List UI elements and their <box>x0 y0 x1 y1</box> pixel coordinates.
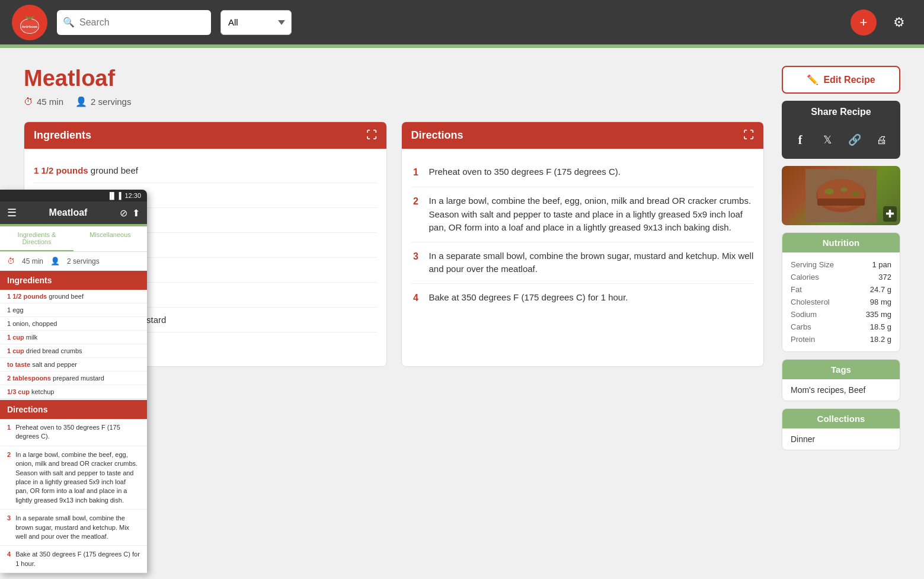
collections-body: Dinner <box>782 428 900 450</box>
servings-icon: 👤 <box>75 96 87 107</box>
list-item: 2 In a large bowl, combine the beef, egg… <box>0 446 147 510</box>
gear-icon: ⚙ <box>893 15 905 30</box>
mobile-clock-icon: ⏱ <box>7 257 15 265</box>
recipe-servings: 👤 2 servings <box>75 96 131 107</box>
share-icons-row: f 𝕏 🔗 🖨 <box>782 123 900 159</box>
list-item: 1 egg <box>0 303 147 317</box>
list-item: 1 Preheat oven to 350 degrees F (175 deg… <box>0 419 147 446</box>
svg-text:heirloom: heirloom <box>22 24 38 29</box>
twitter-share-button[interactable]: 𝕏 <box>817 129 838 151</box>
list-item: 2 In a large bowl, combine the beef, egg… <box>411 187 754 242</box>
list-item: 4 Bake at 350 degrees F (175 degrees C) … <box>411 284 754 312</box>
mobile-servings-label: 2 servings <box>67 257 100 265</box>
list-item: Calories 372 <box>791 271 891 283</box>
recipe-title: Meatloaf <box>24 66 764 91</box>
print-share-button[interactable]: 🖨 <box>871 129 893 151</box>
search-input[interactable] <box>79 17 205 28</box>
list-item: 1 1/2 pounds ground beef <box>34 158 377 183</box>
svg-point-9 <box>840 187 848 192</box>
tags-card: Tags Mom's recipes, Beef <box>782 359 900 401</box>
svg-point-8 <box>824 188 834 194</box>
list-item: 4 Bake at 350 degrees F (175 degrees C) … <box>0 546 147 573</box>
twitter-icon: 𝕏 <box>823 133 832 146</box>
recipe-time: ⏱ 45 min <box>24 97 63 107</box>
settings-button[interactable]: ⚙ <box>886 9 912 36</box>
expand-directions-icon[interactable]: ⛶ <box>743 129 754 142</box>
tags-body: Mom's recipes, Beef <box>782 379 900 401</box>
search-box[interactable]: 🔍 <box>57 10 211 35</box>
nutrition-card: Nutrition Serving Size 1 pan Calories 37… <box>782 232 900 352</box>
recipe-thumbnail[interactable]: ✚ <box>782 166 900 225</box>
link-share-button[interactable]: 🔗 <box>844 129 865 151</box>
mobile-share-icon[interactable]: ⬆ <box>132 207 140 219</box>
list-item: 1 1/2 pounds ground beef <box>0 290 147 303</box>
recipe-image <box>782 166 900 225</box>
list-item: 3 In a separate small bowl, combine the … <box>411 242 754 284</box>
right-sidebar: ✏️ Edit Recipe Share Recipe f 𝕏 🔗 🖨 <box>782 66 900 558</box>
recipe-meta: ⏱ 45 min 👤 2 servings <box>24 96 764 107</box>
mobile-directions-header: Directions <box>0 400 147 419</box>
list-item: Protein 18.2 g <box>791 333 891 346</box>
print-icon: 🖨 <box>877 134 887 146</box>
expand-ingredients-icon[interactable]: ⛶ <box>366 129 377 142</box>
mobile-block-icon[interactable]: ⊘ <box>120 207 127 219</box>
collections-header: Collections <box>782 409 900 428</box>
svg-point-10 <box>852 191 860 196</box>
add-button[interactable]: + <box>851 9 877 36</box>
mobile-recipe-title: Meatloaf <box>23 207 114 218</box>
directions-body: 1 Preheat oven to 350 degrees F (175 deg… <box>402 149 764 322</box>
edit-icon: ✏️ <box>807 74 819 85</box>
list-item: 1 Preheat oven to 350 degrees F (175 deg… <box>411 158 754 187</box>
list-item: Cholesterol 98 mg <box>791 296 891 308</box>
mobile-time: 12:30 <box>124 192 141 199</box>
mobile-signal-icon: ▐▌▐ <box>107 192 121 199</box>
edit-recipe-button[interactable]: ✏️ Edit Recipe <box>782 66 900 94</box>
top-nav: heirloom 🔍 All Recipes Collections + ⚙ <box>0 0 924 44</box>
filter-select[interactable]: All Recipes Collections <box>220 10 292 35</box>
directions-card: Directions ⛶ 1 Preheat oven to 350 degre… <box>401 121 765 367</box>
list-item: 1 cup milk <box>0 331 147 344</box>
list-item: Serving Size 1 pan <box>791 258 891 271</box>
search-icon: 🔍 <box>63 17 75 28</box>
clock-icon: ⏱ <box>24 97 33 107</box>
mobile-tab-misc[interactable]: Miscellaneous <box>73 226 147 251</box>
mobile-tabs: Ingredients & Directions Miscellaneous <box>0 226 147 252</box>
mobile-status-bar: ▐▌▐ 12:30 <box>0 190 147 201</box>
link-icon: 🔗 <box>848 133 861 146</box>
tags-header: Tags <box>782 360 900 379</box>
mobile-time-label: 45 min <box>22 257 43 265</box>
mobile-ingredients-header: Ingredients <box>0 271 147 290</box>
facebook-icon: f <box>798 133 802 147</box>
list-item: 1 cup dried bread crumbs <box>0 344 147 358</box>
nutrition-body: Serving Size 1 pan Calories 372 Fat 24.7… <box>782 252 900 351</box>
facebook-share-button[interactable]: f <box>789 129 811 151</box>
plus-icon: + <box>860 15 868 30</box>
mobile-meta: ⏱ 45 min 👤 2 servings <box>0 252 147 271</box>
ingredients-header: Ingredients ⛶ <box>24 122 386 149</box>
mobile-person-icon: 👤 <box>50 257 60 265</box>
list-item: Sodium 335 mg <box>791 308 891 321</box>
list-item: 1 onion, chopped <box>0 317 147 331</box>
svg-rect-7 <box>817 199 865 206</box>
list-item: 2 tablespoons prepared mustard <box>0 372 147 385</box>
list-item: Carbs 18.5 g <box>791 321 891 333</box>
collections-card: Collections Dinner <box>782 408 900 450</box>
app-logo[interactable]: heirloom <box>12 5 47 40</box>
mobile-overlay: ▐▌▐ 12:30 ☰ Meatloaf ⊘ ⬆ Ingredients & D… <box>0 190 147 573</box>
thumb-add-icon[interactable]: ✚ <box>883 206 897 222</box>
nutrition-header: Nutrition <box>782 233 900 252</box>
list-item: to taste salt and pepper <box>0 358 147 372</box>
share-header: Share Recipe <box>782 101 900 123</box>
mobile-tab-ingredients[interactable]: Ingredients & Directions <box>0 226 73 251</box>
list-item: Fat 24.7 g <box>791 283 891 296</box>
mobile-nav: ☰ Meatloaf ⊘ ⬆ <box>0 201 147 224</box>
list-item: 1/3 cup ketchup <box>0 385 147 399</box>
list-item: 3 In a separate small bowl, combine the … <box>0 510 147 546</box>
share-card: Share Recipe f 𝕏 🔗 🖨 <box>782 101 900 159</box>
directions-header: Directions ⛶ <box>402 122 764 149</box>
mobile-hamburger-icon[interactable]: ☰ <box>7 206 17 219</box>
mobile-nav-icons: ⊘ ⬆ <box>120 207 140 219</box>
